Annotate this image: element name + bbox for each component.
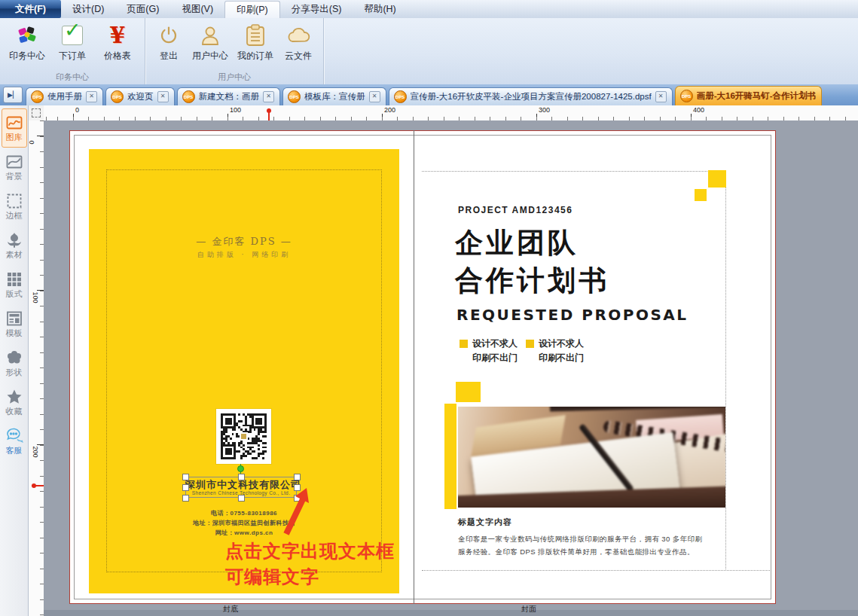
sidebar-item-label: 形状 <box>6 367 23 377</box>
sidebar-item-favorites[interactable]: 收藏 <box>2 383 27 422</box>
section-title-text[interactable]: 标题文字内容 <box>458 517 512 528</box>
border-icon <box>5 192 23 210</box>
doc-tab-template-library[interactable]: DPS 模板库：宣传册 ✕ <box>282 87 386 105</box>
print-center-button[interactable]: 印务中心 <box>6 21 48 63</box>
print-center-icon <box>14 23 40 48</box>
selection-handle[interactable] <box>182 484 189 491</box>
margin-guide-top <box>422 171 725 172</box>
annotation-line1: 点击文字出现文本框 <box>225 539 395 563</box>
close-icon[interactable]: ✕ <box>263 91 274 102</box>
brand-logo-text[interactable]: — 金印客 DPS — <box>89 235 399 249</box>
title-line2-text[interactable]: 合作计划书 <box>455 262 609 300</box>
gallery-icon <box>5 114 23 132</box>
sidebar-item-support[interactable]: 客服 <box>2 422 27 461</box>
doc-tab-manual[interactable]: DPS 使用手册 ✕ <box>26 87 103 105</box>
title-line1-text[interactable]: 企业团队 <box>455 224 579 262</box>
dps-badge-icon: DPS <box>288 90 301 103</box>
menu-page[interactable]: 页面(G) <box>115 0 170 18</box>
selection-handle[interactable] <box>294 474 301 480</box>
sidebar-item-label: 背景 <box>6 172 23 181</box>
button-label: 登出 <box>160 50 178 63</box>
menu-bar: 文件(F) 设计(D) 页面(G) 视图(V) 印刷(P) 分享导出(S) 帮助… <box>0 0 858 19</box>
sidebar-item-label: 素材 <box>6 250 23 260</box>
sidebar-item-template[interactable]: 模板 <box>2 304 27 343</box>
sidebar-item-shapes[interactable]: 形状 <box>2 343 27 383</box>
logout-button[interactable]: 登出 <box>151 21 186 63</box>
sidebar-item-background[interactable]: 背景 <box>2 148 27 187</box>
dps-badge-icon: DPS <box>111 90 124 103</box>
dps-badge-icon: DPS <box>31 90 44 103</box>
qr-code[interactable] <box>216 409 271 464</box>
close-icon[interactable]: ✕ <box>86 91 97 102</box>
button-label: 我的订单 <box>237 50 273 63</box>
sidebar-item-label: 边框 <box>6 211 23 221</box>
body-line2-text[interactable]: 服务经验。金印客 DPS 排版软件简单好用，零基础也能排出专业作品。 <box>458 547 695 557</box>
rotation-handle[interactable] <box>237 465 244 472</box>
desk-notebook-photo[interactable] <box>458 407 725 508</box>
deco-square-large[interactable] <box>708 170 726 188</box>
my-orders-button[interactable]: 我的订单 <box>234 21 276 63</box>
support-chat-icon <box>5 427 23 445</box>
sidebar-item-label: 收藏 <box>6 407 23 416</box>
sidebar-item-gallery[interactable]: 图库 <box>2 108 27 148</box>
ruler-cursor-marker-horizontal <box>268 108 270 120</box>
close-icon[interactable]: ✕ <box>157 91 169 102</box>
sidebar-item-label: 客服 <box>6 446 23 456</box>
horizontal-ruler: 0 100 200 300 400 <box>44 105 858 121</box>
ruler-corner <box>29 105 44 121</box>
website-text[interactable]: 网址：www.dps.cn <box>89 529 399 537</box>
doc-tab-brochure-file[interactable]: DPS 宣传册-大16开软皮平装-企业项目方案宣传册200827-1425.dp… <box>389 87 673 105</box>
button-label: 云文件 <box>285 50 312 63</box>
sidebar-item-border[interactable]: 边框 <box>2 187 27 226</box>
ribbon-group-label: 印务中心 <box>0 72 145 84</box>
close-icon[interactable]: ✕ <box>655 91 667 102</box>
selection-handle[interactable] <box>238 495 245 502</box>
address-text[interactable]: 地址：深圳市福田区益田创新科技园 <box>89 519 399 527</box>
body-line1-text[interactable]: 金印客是一家专业数码与传统网络排版印刷的服务平台，拥有 30 多年印刷 <box>458 535 702 544</box>
doc-tab-new-album[interactable]: DPS 新建文档：画册 ✕ <box>177 87 281 105</box>
bullet-2-text[interactable]: 设计不求人 印刷不出门 <box>539 337 584 365</box>
sidebar-item-label: 模板 <box>6 328 23 338</box>
template-icon <box>5 310 23 328</box>
price-list-icon: ¥ <box>105 23 130 48</box>
menu-print[interactable]: 印刷(P) <box>224 1 280 18</box>
price-list-button[interactable]: ¥ 价格表 <box>96 21 139 63</box>
favorites-icon <box>5 388 23 406</box>
logout-icon <box>156 23 182 48</box>
page-label-front-cover: 封面 <box>521 604 536 614</box>
menu-file[interactable]: 文件(F) <box>0 0 61 18</box>
doc-tab-label: 使用手册 <box>47 91 82 102</box>
ribbon-group-label: 用户中心 <box>145 72 323 84</box>
doc-tab-welcome[interactable]: DPS 欢迎页 ✕ <box>105 87 175 105</box>
place-order-button[interactable]: ✓ 下订单 <box>51 21 93 63</box>
my-orders-icon <box>243 23 268 48</box>
ribbon-group-print-service: 印务中心 ✓ 下订单 ¥ 价格表 印务中心 <box>0 18 145 84</box>
selection-handle[interactable] <box>182 495 189 502</box>
phone-text[interactable]: 电话：0755-83018986 <box>89 509 399 517</box>
menu-design[interactable]: 设计(D) <box>61 0 115 18</box>
selection-handle[interactable] <box>182 474 189 480</box>
selection-handle[interactable] <box>238 474 245 480</box>
deco-bar-photo[interactable] <box>444 404 456 509</box>
margin-guide-bottom <box>422 570 771 572</box>
vertical-ruler: 0 100 200 <box>29 120 44 616</box>
deco-square-photo[interactable] <box>456 382 481 402</box>
brand-slogan-text[interactable]: 自助排版 · 网络印刷 <box>89 250 399 260</box>
subtitle-text[interactable]: REQUESTED PROPOSAL <box>456 306 689 324</box>
doc-tab-cooperation-plan[interactable]: DPS 画册-大16开骑马钉-合作计划书 <box>675 86 822 105</box>
close-icon[interactable]: ✕ <box>369 91 380 102</box>
cloud-files-button[interactable]: 云文件 <box>279 21 317 63</box>
menu-share-export[interactable]: 分享导出(S) <box>280 0 353 18</box>
sidebar-item-material[interactable]: 素材 <box>2 226 27 265</box>
menu-help[interactable]: 帮助(H) <box>353 0 407 18</box>
menu-view[interactable]: 视图(V) <box>170 0 224 18</box>
project-code-text[interactable]: PROJECT AMD123456 <box>458 205 573 215</box>
bullet-1-text[interactable]: 设计不求人 印刷不出门 <box>472 337 518 365</box>
cloud-files-icon <box>285 23 311 48</box>
deco-square-small[interactable] <box>695 189 707 201</box>
tab-scroll-button[interactable]: ▶▏ <box>3 87 23 103</box>
sidebar-item-layout[interactable]: 版式 <box>2 265 27 304</box>
user-center-icon <box>197 23 223 48</box>
user-center-button[interactable]: 用户中心 <box>189 21 231 63</box>
button-label: 用户中心 <box>192 50 228 63</box>
